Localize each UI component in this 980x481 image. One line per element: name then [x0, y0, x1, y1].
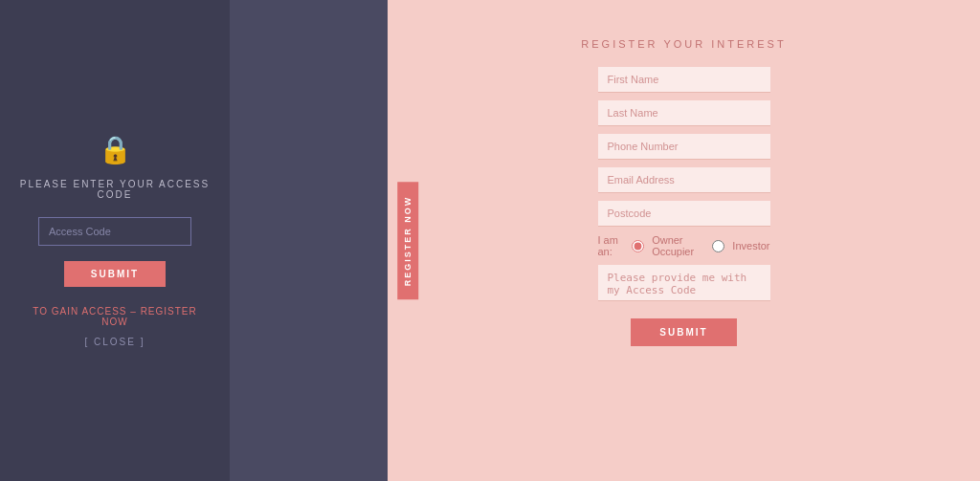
- investor-label: Investor: [732, 240, 769, 251]
- middle-panel: [230, 0, 388, 481]
- register-tab[interactable]: REGISTER NOW: [397, 182, 418, 299]
- lock-icon: 🔒: [99, 134, 132, 165]
- register-title: REGISTER YOUR INTEREST: [581, 38, 786, 50]
- phone-group: [598, 134, 770, 160]
- left-panel: 🔒 PLEASE ENTER YOUR ACCESS CODE SUBMIT T…: [0, 0, 230, 481]
- email-group: [598, 167, 770, 193]
- close-button[interactable]: [ CLOSE ]: [84, 337, 145, 347]
- access-title: PLEASE ENTER YOUR ACCESS CODE: [19, 179, 211, 200]
- access-code-textarea-group: [598, 265, 770, 305]
- owner-occupier-label: Owner Occupier: [652, 234, 704, 257]
- postcode-group: [598, 201, 770, 227]
- firstname-input[interactable]: [598, 67, 770, 93]
- iam-label: I am an:: [598, 234, 625, 257]
- submit-register-button[interactable]: SUBMIT: [631, 318, 736, 346]
- investor-radio[interactable]: [712, 240, 724, 252]
- lastname-input[interactable]: [598, 100, 770, 126]
- firstname-group: [598, 67, 770, 93]
- right-panel: REGISTER NOW REGISTER YOUR INTEREST I am…: [388, 0, 980, 481]
- phone-input[interactable]: [598, 134, 770, 160]
- postcode-input[interactable]: [598, 201, 770, 227]
- iam-radio-group: I am an: Owner Occupier Investor: [598, 234, 770, 257]
- gain-access-text: TO GAIN ACCESS – REGISTER NOW: [19, 306, 211, 327]
- access-code-textarea[interactable]: [598, 265, 770, 301]
- access-code-input[interactable]: [38, 217, 191, 246]
- submit-access-button[interactable]: SUBMIT: [64, 261, 166, 287]
- owner-occupier-radio[interactable]: [632, 240, 644, 252]
- email-input[interactable]: [598, 167, 770, 193]
- lastname-group: [598, 100, 770, 126]
